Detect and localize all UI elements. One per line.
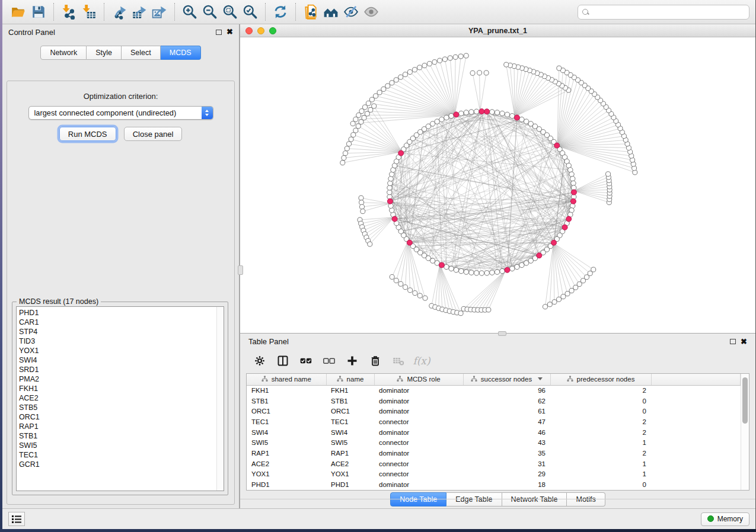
column-header-successor-nodes[interactable]: successor nodes bbox=[463, 374, 550, 385]
result-list-item[interactable]: STB5 bbox=[19, 403, 216, 412]
network-node[interactable] bbox=[486, 307, 491, 312]
table-scrollbar[interactable] bbox=[741, 374, 749, 490]
network-node[interactable] bbox=[407, 70, 412, 75]
column-header-MCDS-role[interactable]: MCDS role bbox=[374, 374, 463, 385]
panel-list-button[interactable] bbox=[8, 512, 25, 526]
network-node[interactable] bbox=[342, 156, 346, 161]
network-node[interactable] bbox=[417, 293, 422, 298]
network-node[interactable] bbox=[458, 311, 463, 316]
dominator-node[interactable] bbox=[554, 143, 560, 148]
network-node[interactable] bbox=[464, 53, 468, 58]
tab-style[interactable]: Style bbox=[87, 46, 122, 60]
network-node[interactable] bbox=[365, 111, 369, 116]
network-node[interactable] bbox=[552, 300, 557, 305]
table-row[interactable]: PHD1PHD1dominator180 bbox=[247, 479, 741, 490]
float-panel-button[interactable] bbox=[216, 30, 222, 35]
network-node[interactable] bbox=[510, 266, 515, 271]
table-row[interactable]: STB1STB1dominator620 bbox=[247, 396, 741, 406]
network-node[interactable] bbox=[585, 275, 589, 280]
zoom-selected-icon[interactable] bbox=[240, 3, 260, 21]
network-node[interactable] bbox=[459, 111, 464, 116]
show-all-icon[interactable] bbox=[361, 3, 381, 21]
table-row[interactable]: ORC1ORC1dominator610 bbox=[247, 406, 741, 416]
first-neighbors-icon[interactable] bbox=[321, 3, 341, 21]
network-node[interactable] bbox=[495, 110, 499, 115]
table-row[interactable]: RAP1RAP1dominator352 bbox=[247, 448, 741, 459]
network-node[interactable] bbox=[423, 296, 428, 300]
network-node[interactable] bbox=[504, 62, 509, 67]
tab-network-table[interactable]: Network Table bbox=[502, 492, 567, 507]
network-node[interactable] bbox=[432, 60, 437, 65]
result-list-item[interactable]: SRD1 bbox=[19, 365, 216, 374]
search-box[interactable] bbox=[578, 5, 749, 20]
zoom-out-icon[interactable] bbox=[200, 3, 220, 21]
network-node[interactable] bbox=[557, 66, 562, 70]
network-node[interactable] bbox=[519, 117, 524, 121]
dominator-node[interactable] bbox=[505, 267, 510, 273]
tab-network[interactable]: Network bbox=[40, 46, 87, 60]
network-node[interactable] bbox=[359, 120, 363, 124]
result-list-item[interactable]: CAR1 bbox=[19, 318, 216, 327]
result-list-scrollbar[interactable] bbox=[216, 307, 224, 491]
network-node[interactable] bbox=[500, 268, 505, 273]
vertical-splitter-grip[interactable] bbox=[238, 265, 243, 275]
dominator-node[interactable] bbox=[439, 262, 444, 268]
dominator-node[interactable] bbox=[571, 190, 576, 195]
network-node[interactable] bbox=[571, 181, 576, 185]
network-node[interactable] bbox=[369, 97, 374, 102]
network-node[interactable] bbox=[453, 55, 458, 59]
network-node[interactable] bbox=[474, 271, 479, 275]
network-canvas[interactable] bbox=[240, 37, 755, 333]
result-list-item[interactable]: ORC1 bbox=[19, 412, 216, 422]
network-node[interactable] bbox=[449, 113, 454, 118]
table-row[interactable]: ACE2ACE2connector311 bbox=[247, 459, 741, 469]
result-list-item[interactable]: PMA2 bbox=[19, 374, 216, 384]
dominator-node[interactable] bbox=[551, 240, 557, 245]
table-row[interactable]: SWI5SWI5connector431 bbox=[247, 437, 741, 448]
network-node[interactable] bbox=[412, 68, 417, 72]
network-node[interactable] bbox=[580, 278, 585, 283]
network-node[interactable] bbox=[387, 190, 392, 194]
dominator-node[interactable] bbox=[537, 253, 542, 258]
network-node[interactable] bbox=[435, 119, 439, 124]
table-row[interactable]: YOX1YOX1connector291 bbox=[247, 469, 741, 480]
result-list-item[interactable]: TID3 bbox=[19, 336, 216, 346]
network-node[interactable] bbox=[359, 200, 364, 205]
network-node[interactable] bbox=[390, 274, 394, 279]
network-node[interactable] bbox=[417, 65, 422, 70]
network-node[interactable] bbox=[439, 117, 444, 121]
table-mode-gear-icon[interactable] bbox=[252, 353, 267, 368]
export-network-icon[interactable] bbox=[109, 3, 129, 21]
tab-mcds[interactable]: MCDS bbox=[161, 46, 201, 60]
network-node[interactable] bbox=[388, 181, 393, 185]
run-mcds-button[interactable]: Run MCDS bbox=[59, 127, 116, 141]
select-all-rows-icon[interactable] bbox=[298, 353, 314, 368]
table-scrollbar-thumb[interactable] bbox=[742, 377, 748, 424]
column-header-shared-name[interactable]: shared name bbox=[247, 374, 326, 385]
result-list-item[interactable]: PHD1 bbox=[19, 308, 216, 318]
tab-select[interactable]: Select bbox=[122, 46, 161, 60]
network-node[interactable] bbox=[381, 86, 386, 91]
network-node[interactable] bbox=[413, 291, 417, 296]
network-node[interactable] bbox=[340, 161, 345, 165]
network-node[interactable] bbox=[570, 176, 575, 181]
network-node[interactable] bbox=[377, 90, 382, 95]
result-list-item[interactable]: STP4 bbox=[19, 327, 216, 336]
network-node[interactable] bbox=[356, 124, 361, 129]
import-network-icon[interactable] bbox=[59, 3, 79, 21]
network-node[interactable] bbox=[388, 176, 393, 181]
show-columns-icon[interactable] bbox=[275, 353, 291, 368]
memory-button[interactable]: Memory bbox=[701, 512, 749, 526]
dominator-node[interactable] bbox=[514, 115, 519, 120]
result-list-item[interactable]: FKH1 bbox=[19, 384, 216, 393]
network-node[interactable] bbox=[444, 115, 449, 120]
network-node[interactable] bbox=[438, 58, 442, 63]
float-table-panel-button[interactable] bbox=[730, 339, 736, 344]
network-node[interactable] bbox=[464, 270, 468, 274]
network-node[interactable] bbox=[394, 278, 398, 283]
dominator-node[interactable] bbox=[570, 198, 576, 204]
optimization-criterion-dropdown[interactable]: largest connected component (undirected) bbox=[28, 106, 213, 120]
deselect-all-rows-icon[interactable] bbox=[321, 353, 337, 368]
network-node[interactable] bbox=[515, 264, 519, 269]
export-image-icon[interactable] bbox=[149, 3, 170, 21]
